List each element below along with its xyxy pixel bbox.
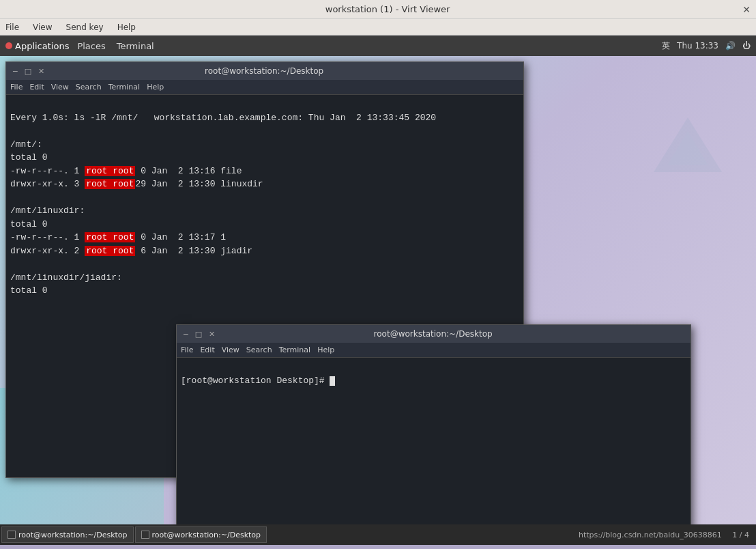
apps-dot [5, 42, 12, 49]
term1-linuxdir-header: /mnt/linuxdir: [10, 206, 85, 216]
term1-menu-terminal[interactable]: Terminal [108, 83, 141, 92]
term1-line1: Every 1.0s: ls -lR /mnt/ workstation.lab… [10, 113, 436, 123]
term2-menu-help[interactable]: Help [317, 346, 334, 354]
term1-menu-view[interactable]: View [51, 83, 69, 92]
term2-prompt: [root@workstation Desktop]# [181, 376, 335, 386]
term1-linuxdir-total: total 0 [10, 219, 48, 229]
outer-close-button[interactable]: ✕ [742, 4, 751, 15]
volume-icon[interactable]: 🔊 [725, 41, 736, 51]
term1-body: Every 1.0s: ls -lR /mnt/ workstation.lab… [6, 95, 523, 300]
outer-titlebar: workstation (1) - Virt Viewer ✕ [0, 0, 756, 19]
term1-menu-help[interactable]: Help [147, 83, 164, 92]
term2-body: [root@workstation Desktop]# [177, 358, 690, 390]
outer-menubar: File View Send key Help [0, 19, 756, 36]
taskbar: root@workstation:~/Desktop root@workstat… [0, 524, 756, 545]
term1-mnt-linuxdir: drwxr-xr-x. 3 root root29 Jan 2 13:30 li… [10, 179, 263, 189]
panel-right: 英 Thu 13:33 🔊 ⏻ [662, 40, 751, 52]
term1-min-btn[interactable]: ─ [12, 67, 19, 76]
taskbar-left: root@workstation:~/Desktop root@workstat… [1, 526, 267, 543]
term2-menu-terminal[interactable]: Terminal [279, 346, 311, 354]
term1-highlight4: root root [85, 246, 135, 256]
term1-highlight2: root root [85, 179, 135, 189]
term2-titlebar[interactable]: ─ □ ✕ root@workstation:~/Desktop [177, 325, 690, 343]
term1-linuxdir-1: -rw-r--r--. 1 root root 0 Jan 2 13:17 1 [10, 232, 226, 242]
power-icon[interactable]: ⏻ [742, 41, 751, 51]
top-panel: Applications Places Terminal 英 Thu 13:33… [0, 36, 756, 56]
desktop: ─ □ ✕ root@workstation:~/Desktop File Ed… [0, 56, 756, 545]
panel-left: Applications Places Terminal [5, 41, 157, 51]
term2-menu-edit[interactable]: Edit [200, 346, 214, 354]
term1-menubar: File Edit View Search Terminal Help [6, 80, 523, 95]
outer-menu-view[interactable]: View [30, 21, 55, 33]
taskbar-url: https://blog.csdn.net/baidu_30638861 [579, 531, 722, 539]
terminal-menu[interactable]: Terminal [114, 41, 157, 51]
term2-menu-search[interactable]: Search [246, 346, 272, 354]
term2-menubar: File Edit View Search Terminal Help [177, 343, 690, 358]
term2-title: root@workstation:~/Desktop [216, 329, 650, 339]
term1-buttons: ─ □ ✕ [12, 67, 46, 76]
taskbar-page: 1 / 4 [732, 531, 749, 539]
taskbar-item-1[interactable]: root@workstation:~/Desktop [1, 526, 134, 543]
term2-menu-view[interactable]: View [222, 346, 239, 354]
outer-window-title: workstation (1) - Virt Viewer [33, 4, 742, 14]
lang-indicator: 英 [662, 40, 670, 52]
term1-mnt-file: -rw-r--r--. 1 root root 0 Jan 2 13:16 fi… [10, 166, 242, 176]
term1-menu-edit[interactable]: Edit [29, 83, 44, 92]
applications-menu[interactable]: Applications [5, 41, 69, 51]
term1-close-btn[interactable]: ✕ [37, 67, 46, 76]
term2-close-btn[interactable]: ✕ [207, 330, 216, 339]
term1-highlight1: root root [85, 166, 135, 176]
taskbar-label-2: root@workstation:~/Desktop [152, 531, 261, 539]
term2-buttons: ─ □ ✕ [182, 330, 216, 339]
taskbar-label-1: root@workstation:~/Desktop [18, 531, 128, 539]
taskbar-dot-2 [141, 531, 149, 539]
applications-label: Applications [15, 41, 69, 51]
outer-menu-file[interactable]: File [3, 21, 22, 33]
datetime-indicator: Thu 13:33 [677, 41, 718, 51]
taskbar-right: https://blog.csdn.net/baidu_30638861 1 /… [579, 531, 755, 539]
term1-title: root@workstation:~/Desktop [46, 66, 482, 76]
term1-linuxdir-jiadir: drwxr-xr-x. 2 root root 6 Jan 2 13:30 ji… [10, 246, 252, 256]
places-menu[interactable]: Places [74, 41, 108, 51]
term1-titlebar[interactable]: ─ □ ✕ root@workstation:~/Desktop [6, 62, 523, 80]
term1-highlight3: root root [85, 232, 135, 242]
outer-menu-sendkey[interactable]: Send key [63, 21, 106, 33]
term1-jiadir-header: /mnt/linuxdir/jiadir: [10, 272, 122, 283]
term1-jiadir-total: total 0 [10, 285, 48, 296]
term2-menu-file[interactable]: File [181, 346, 193, 354]
term1-menu-search[interactable]: Search [76, 83, 102, 92]
term2-min-btn[interactable]: ─ [182, 330, 190, 339]
taskbar-dot-1 [8, 531, 16, 539]
term2-max-btn[interactable]: □ [194, 330, 203, 339]
term1-mnt-header: /mnt/: [10, 139, 42, 150]
terminal-window-2: ─ □ ✕ root@workstation:~/Desktop File Ed… [176, 324, 691, 545]
desktop-logo [647, 111, 729, 195]
term1-mnt-total: total 0 [10, 152, 48, 163]
term1-max-btn[interactable]: □ [23, 67, 33, 76]
outer-menu-help[interactable]: Help [115, 21, 139, 33]
term1-menu-file[interactable]: File [10, 83, 23, 92]
taskbar-item-2[interactable]: root@workstation:~/Desktop [135, 526, 267, 543]
term2-cursor [330, 376, 335, 386]
